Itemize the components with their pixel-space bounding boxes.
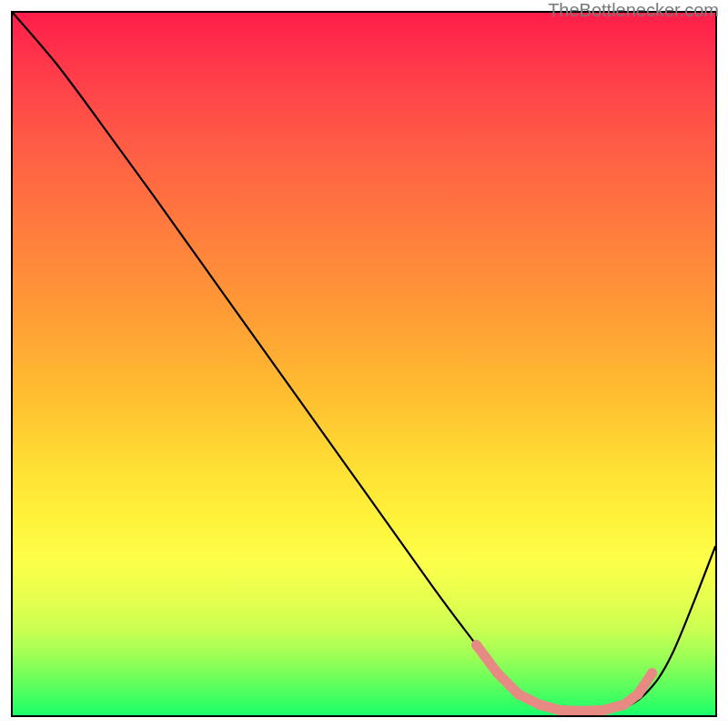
watermark-text: TheBottlenecker.com (548, 0, 719, 21)
bottleneck-chart: TheBottlenecker.com (0, 0, 728, 728)
chart-gradient-background (13, 13, 715, 715)
